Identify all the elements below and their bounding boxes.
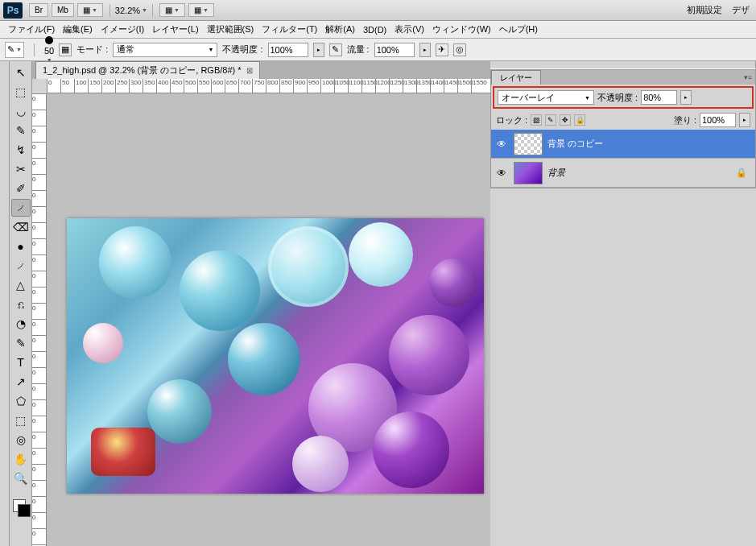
fill-input[interactable]: 100%	[700, 113, 736, 127]
opacity-label: 不透明度 :	[222, 43, 262, 56]
flow-input[interactable]: 100%	[374, 43, 415, 57]
layer-row[interactable]: 👁 背景 のコピー	[491, 130, 755, 159]
brush-preview-icon	[45, 36, 53, 44]
layer-row[interactable]: 👁 背景 🔒	[491, 159, 755, 188]
layer-opacity-input[interactable]: 80%	[641, 90, 677, 105]
arrange-dropdown[interactable]: ▦	[188, 3, 214, 17]
menu-view[interactable]: 表示(V)	[391, 22, 428, 37]
type-tool[interactable]: T	[11, 354, 31, 371]
photoshop-logo: Ps	[3, 2, 23, 19]
history-brush-tool[interactable]: ●	[11, 238, 31, 255]
minibridge-button[interactable]: Mb	[52, 3, 74, 17]
brush-panel-toggle[interactable]: ▦	[59, 43, 72, 56]
opacity-input[interactable]: 100%	[268, 43, 308, 57]
zoom-tool[interactable]: 🔍	[11, 469, 31, 487]
collapsed-dock[interactable]	[0, 61, 10, 546]
layers-panel: レイヤー ▾≡ オーバーレイ 不透明度 : 80% ▸ ロック : ▨ ✎ ✥ …	[490, 69, 756, 188]
document-image	[67, 218, 484, 494]
gradient-tool[interactable]: △	[11, 276, 31, 294]
lock-position-icon[interactable]: ✥	[560, 114, 571, 126]
document-tab[interactable]: 1_2_high.psd @ 32.2% (背景 のコピー, RGB/8#) *…	[35, 61, 260, 79]
menu-help[interactable]: ヘルプ(H)	[496, 22, 541, 37]
horizontal-ruler[interactable]: 0501001502002503003504004505005506006507…	[47, 79, 490, 93]
workspace-init-label[interactable]: 初期設定	[680, 4, 729, 16]
separator	[109, 4, 110, 17]
3d-camera-tool[interactable]: ◎	[11, 431, 31, 449]
layers-tab[interactable]: レイヤー	[491, 70, 541, 85]
flow-slider-button[interactable]: ▸	[419, 43, 431, 57]
menu-layer[interactable]: レイヤー(L)	[149, 22, 201, 37]
workspace-design-label[interactable]: デザ	[729, 4, 753, 16]
layer-list: 👁 背景 のコピー 👁 背景 🔒	[491, 130, 755, 188]
lock-icon: 🔒	[736, 168, 752, 178]
color-swatches[interactable]	[10, 498, 31, 523]
lock-transparent-icon[interactable]: ▨	[531, 114, 542, 126]
layer-opacity-label: 不透明度 :	[597, 92, 638, 104]
marquee-tool[interactable]: ⬚	[11, 83, 31, 101]
quick-select-tool[interactable]: ✎	[11, 122, 31, 139]
menu-3d[interactable]: 3D(D)	[360, 23, 390, 36]
separator	[34, 43, 35, 56]
lasso-tool[interactable]: ◡	[11, 102, 31, 120]
brush-size-dropdown[interactable]: 50	[44, 36, 54, 63]
pen-tool[interactable]: ✎	[11, 334, 31, 352]
menu-window[interactable]: ウィンドウ(W)	[429, 22, 494, 37]
pressure-opacity-toggle[interactable]: ✎	[329, 43, 342, 56]
menu-edit[interactable]: 編集(E)	[60, 22, 96, 37]
lock-pixels-icon[interactable]: ✎	[545, 114, 556, 126]
screen-mode-dropdown[interactable]: ▦	[77, 3, 103, 17]
vertical-ruler[interactable]: 000000000000000000000000000000	[32, 93, 47, 546]
eyedropper-tool[interactable]: ✂	[11, 160, 31, 178]
layer-thumbnail[interactable]	[514, 133, 543, 155]
lock-all-icon[interactable]: 🔒	[574, 114, 585, 126]
layer-opacity-slider-button[interactable]: ▸	[680, 90, 692, 105]
eraser-tool[interactable]: ⟋	[11, 257, 31, 275]
blur-tool[interactable]: ⎌	[11, 296, 31, 313]
brush-tool[interactable]: ⟋	[11, 199, 31, 217]
path-select-tool[interactable]: ↗	[11, 373, 31, 391]
menu-select[interactable]: 選択範囲(S)	[204, 22, 258, 37]
bridge-button[interactable]: Br	[29, 3, 48, 17]
background-swatch[interactable]	[18, 504, 31, 517]
blend-opacity-row: オーバーレイ 不透明度 : 80% ▸	[493, 86, 754, 109]
airbrush-toggle[interactable]: ✈	[436, 43, 448, 56]
layer-blend-mode-select[interactable]: オーバーレイ	[498, 90, 594, 105]
fill-label: 塗り :	[674, 114, 696, 126]
canvas[interactable]	[47, 93, 490, 546]
hand-tool[interactable]: ✋	[11, 450, 31, 468]
menu-analysis[interactable]: 解析(A)	[322, 22, 358, 37]
healing-tool[interactable]: ✐	[11, 180, 31, 197]
close-tab-icon[interactable]: ⊠	[246, 66, 253, 75]
3d-tool[interactable]: ⬚	[11, 412, 31, 429]
opacity-slider-button[interactable]: ▸	[313, 43, 324, 57]
panel-menu-icon[interactable]: ▾≡	[741, 70, 755, 85]
fill-slider-button[interactable]: ▸	[739, 113, 750, 127]
options-bar: ✎ 50 ▦ モード : 通常▼ 不透明度 : 100% ▸ ✎ 流量 : 10…	[0, 39, 756, 61]
menu-file[interactable]: ファイル(F)	[5, 22, 58, 37]
layer-blend-mode-value: オーバーレイ	[502, 92, 555, 104]
pressure-size-toggle[interactable]: ◎	[453, 43, 466, 56]
visibility-icon[interactable]: 👁	[494, 137, 509, 151]
menu-filter[interactable]: フィルター(T)	[258, 22, 320, 37]
document-area: 1_2_high.psd @ 32.2% (背景 のコピー, RGB/8#) *…	[32, 61, 490, 546]
blend-mode-select[interactable]: 通常▼	[113, 43, 217, 57]
view-extras-dropdown[interactable]: ▦	[159, 3, 185, 17]
lock-label: ロック :	[496, 114, 527, 126]
layer-name[interactable]: 背景 のコピー	[547, 138, 603, 150]
visibility-icon[interactable]: 👁	[494, 166, 509, 180]
dodge-tool[interactable]: ◔	[11, 315, 31, 333]
zoom-dropdown[interactable]: 32.2%	[115, 6, 147, 15]
lock-fill-row: ロック : ▨ ✎ ✥ 🔒 塗り : 100% ▸	[491, 110, 755, 130]
layer-opacity-value: 80%	[643, 93, 661, 102]
shape-tool[interactable]: ⬠	[11, 392, 31, 410]
crop-tool[interactable]: ↯	[11, 141, 31, 159]
panels-dock: レイヤー ▾≡ オーバーレイ 不透明度 : 80% ▸ ロック : ▨ ✎ ✥ …	[490, 61, 756, 546]
layer-name[interactable]: 背景	[547, 167, 565, 179]
opacity-value: 100%	[271, 45, 293, 55]
layer-thumbnail[interactable]	[514, 162, 543, 184]
tool-preset-dropdown[interactable]: ✎	[5, 42, 24, 58]
menu-bar: ファイル(F) 編集(E) イメージ(I) レイヤー(L) 選択範囲(S) フィ…	[0, 21, 756, 39]
menu-image[interactable]: イメージ(I)	[97, 22, 147, 37]
stamp-tool[interactable]: ⌫	[11, 218, 31, 236]
move-tool[interactable]: ↖	[11, 64, 31, 81]
